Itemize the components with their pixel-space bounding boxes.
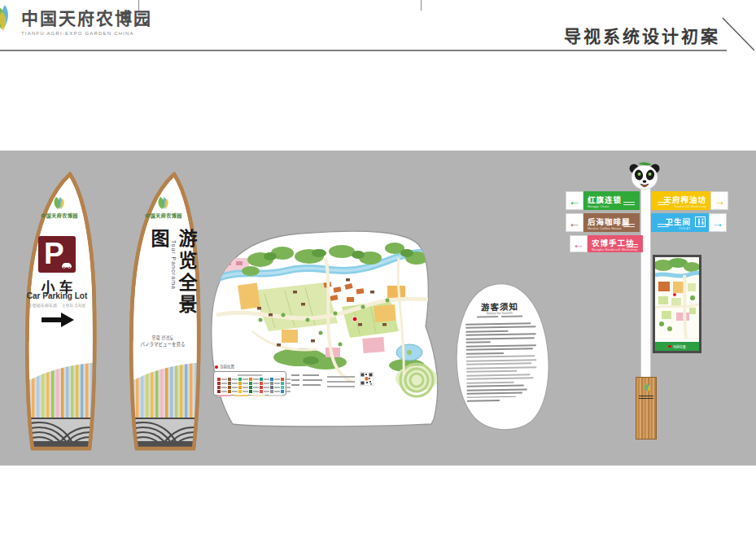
sign-panel-handcraft: 农博手工坊 Nongbo Handcraft Workshop (588, 235, 643, 252)
sign-sublabel: Nongbo Handcraft Workshop (592, 248, 639, 252)
map-info-lines (327, 376, 355, 391)
left-arrow-icon: ← (566, 191, 583, 210)
direction-arrow-icon (40, 312, 76, 328)
restroom-icon (695, 217, 706, 227)
right-arrow-icon: → (710, 191, 728, 210)
sign-label: 卫生间 (665, 216, 691, 227)
sign-row: ← 红旗连锁 Hongqi Chain (566, 191, 640, 210)
sign-row: ← 后海咖啡屋 Houhai Coffee House (566, 213, 640, 232)
panda-mascot-icon (627, 160, 662, 193)
sign-panel-hongqi: 红旗连锁 Hongqi Chain (583, 191, 640, 210)
sign-panel-oil-workshop: 天府榨油坊 Tianfu Oil Workshop (651, 191, 710, 210)
map-board-shape (203, 209, 446, 445)
garden-logo-icon (50, 196, 69, 211)
sign-row: 天府榨油坊 Tianfu Oil Workshop → (651, 191, 728, 210)
sign-panel-toilet: 卫生间 TOILET (651, 213, 709, 232)
directional-signpost: ← 红旗连锁 Hongqi Chain 天府榨油坊 Tianfu Oil Wor… (560, 160, 732, 441)
dash-decoration (623, 204, 635, 206)
post-map-location-strip: 当前位置 (653, 342, 701, 353)
visitor-notice-board: 游客须知 Notice for Tourists (445, 278, 555, 436)
garden-logo-icon (641, 383, 653, 392)
current-location-dot (352, 317, 357, 321)
location-dot-icon (668, 345, 671, 348)
parking-note-right: 소형차 주차장 (62, 303, 85, 308)
map-info-text (291, 374, 322, 389)
sign-sublabel: TOILET (679, 227, 691, 230)
parking-sign: 中国天府农博园 P 小车 Car Parking Lot 小型轿车停车场소형차 … (16, 172, 103, 453)
left-arrow-icon: ← (570, 235, 588, 252)
sign-sublabel: Tianfu Oil Workshop (674, 205, 706, 208)
sign-sublabel: Houhai Coffee House (588, 227, 636, 230)
right-arrow-icon: → (709, 213, 727, 232)
base-trim-lines (639, 396, 653, 396)
panorama-title-en: Tour Panorama (171, 240, 177, 338)
parking-symbol-panel: P (38, 236, 76, 273)
qr-code (360, 372, 374, 386)
dash-decoration (623, 226, 635, 228)
post-map-location-label: 当前位置 (673, 344, 686, 349)
sign-logo: 中国天府农博园 (16, 196, 103, 219)
post-map-panel: 当前位置 (653, 255, 701, 353)
location-dot-icon (215, 365, 218, 369)
post-map-illustration (655, 257, 699, 339)
location-key: 当前位置 (215, 364, 234, 369)
sign-row: 卫生间 TOILET → (651, 213, 727, 232)
panorama-note-ja: パノラマビューを見る (120, 341, 205, 348)
sign-label: 后海咖啡屋 (588, 216, 636, 227)
parking-note-left: 小型轿车停车场 (28, 303, 57, 308)
sign-row: ← 农博手工坊 Nongbo Handcraft Workshop (570, 235, 643, 252)
sign-logo: 中国天府农博园 (120, 196, 207, 219)
dash-decoration (627, 247, 638, 248)
panorama-sign: 中国天府农博园 游览全景图 Tour Panorama 유람 전경도 パノラマビ… (120, 172, 207, 453)
crop-mark (421, 0, 422, 11)
sign-panel-coffee-house: 后海咖啡屋 Houhai Coffee House (583, 213, 640, 232)
panorama-notes: 유람 전경도 パノラマビューを見る (120, 335, 205, 348)
page-header: 中国天府农博园 TIANFU AGRI-EXPO GARDEN CHINA 导视… (0, 0, 756, 151)
car-icon (61, 262, 72, 269)
parking-notes: 小型轿车停车场소형차 주차장 (16, 302, 98, 308)
crop-mark (138, 0, 139, 11)
garden-logo-icon (154, 196, 173, 211)
sign-logo-text: 中国天府农博园 (120, 212, 207, 219)
sign-logo-text: 中国天府农博园 (16, 212, 103, 219)
dash-decoration (658, 226, 669, 228)
signpost-wood-base (636, 377, 657, 440)
parking-title-en: Car Parking Lot (16, 291, 98, 300)
design-canvas: 中国天府农博园 P 小车 Car Parking Lot 小型轿车停车场소형차 … (0, 151, 756, 466)
header-divider (0, 15, 756, 55)
sign-label: 天府榨油坊 (663, 194, 706, 205)
notice-body-text (465, 322, 537, 404)
sign-label: 红旗连锁 (588, 194, 636, 205)
dash-decoration (658, 204, 669, 206)
location-key-label: 当前位置 (220, 365, 234, 369)
panorama-note-ko: 유람 전경도 (120, 335, 205, 341)
sign-sublabel: Hongqi Chain (588, 205, 636, 208)
map-legend (213, 371, 286, 396)
left-arrow-icon: ← (566, 213, 583, 232)
map-board: 当前位置 (203, 209, 446, 445)
